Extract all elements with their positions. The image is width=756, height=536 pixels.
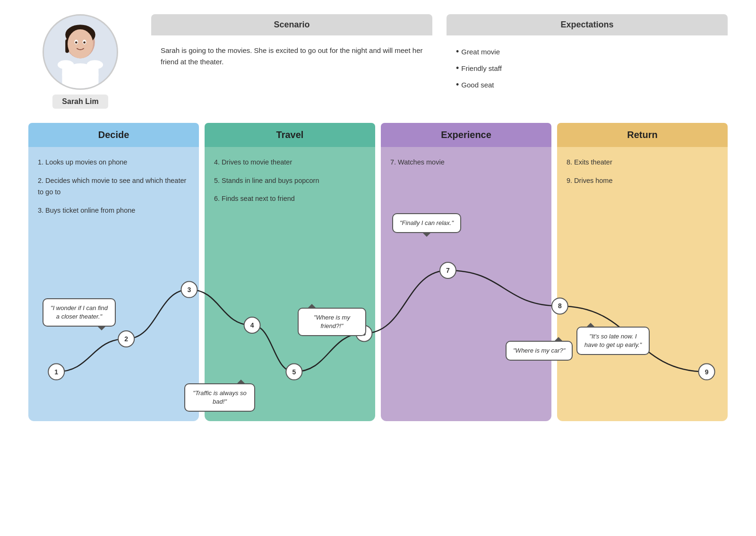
phase-header-experience: Experience — [381, 123, 551, 147]
expectations-header: Expectations — [447, 14, 728, 35]
expectations-list: Great movie Friendly staff Good seat — [456, 45, 718, 91]
svg-point-5 — [68, 29, 93, 59]
bubble-7: "Finally I can relax." — [392, 213, 461, 233]
expectations-body: Great movie Friendly staff Good seat — [447, 35, 728, 104]
svg-point-9 — [86, 60, 103, 69]
avatar — [43, 14, 118, 90]
decide-step-1: 1. Looks up movies on phone — [38, 156, 189, 168]
bubble-2: "I wonder if I can find a closer theater… — [43, 298, 116, 327]
phase-bodies: 1. Looks up movies on phone 2. Decides w… — [28, 147, 728, 421]
phase-headers: Decide Travel Experience Return — [28, 123, 728, 147]
phase-header-decide: Decide — [28, 123, 199, 147]
scenario-header: Scenario — [151, 14, 432, 35]
travel-step-1: 4. Drives to movie theater — [214, 156, 366, 168]
scenario-panel: Scenario Sarah is going to the movies. S… — [151, 14, 432, 104]
scenario-body: Sarah is going to the movies. She is exc… — [151, 35, 432, 77]
travel-step-2: 5. Stands in line and buys popcorn — [214, 175, 366, 187]
decide-step-2: 2. Decides which movie to see and which … — [38, 175, 189, 198]
return-step-1: 8. Exits theater — [567, 156, 718, 168]
info-panels: Scenario Sarah is going to the movies. S… — [151, 14, 728, 104]
col-return: 8. Exits theater 9. Drives home — [557, 147, 728, 421]
col-travel: 4. Drives to movie theater 5. Stands in … — [205, 147, 375, 421]
bubble-8: "Where is my car?" — [506, 341, 573, 361]
phase-header-travel: Travel — [205, 123, 375, 147]
expectations-panel: Expectations Great movie Friendly staff … — [447, 14, 728, 104]
col-experience: 7. Watches movie — [381, 147, 551, 421]
bubble-6: "Where is my friend?!" — [298, 308, 366, 336]
col-decide: 1. Looks up movies on phone 2. Decides w… — [28, 147, 199, 421]
experience-step-1: 7. Watches movie — [390, 156, 542, 168]
svg-point-8 — [58, 60, 74, 69]
expectation-item-2: Friendly staff — [456, 61, 718, 75]
persona-name: Sarah Lim — [52, 95, 108, 109]
return-step-2: 9. Drives home — [567, 175, 718, 187]
persona-box: Sarah Lim — [28, 14, 132, 109]
svg-point-12 — [75, 41, 77, 43]
expectation-item-1: Great movie — [456, 45, 718, 59]
svg-point-13 — [83, 41, 86, 43]
bubble-9: "It's so late now. I have to get up earl… — [576, 327, 650, 355]
top-section: Sarah Lim Scenario Sarah is going to the… — [28, 14, 728, 109]
travel-step-3: 6. Finds seat next to friend — [214, 193, 366, 205]
expectation-item-3: Good seat — [456, 78, 718, 92]
bubble-5: "Traffic is always so bad!" — [184, 383, 255, 412]
journey-map: Decide Travel Experience Return 1. Looks… — [28, 123, 728, 421]
phase-header-return: Return — [557, 123, 728, 147]
decide-step-3: 3. Buys ticket online from phone — [38, 205, 189, 216]
